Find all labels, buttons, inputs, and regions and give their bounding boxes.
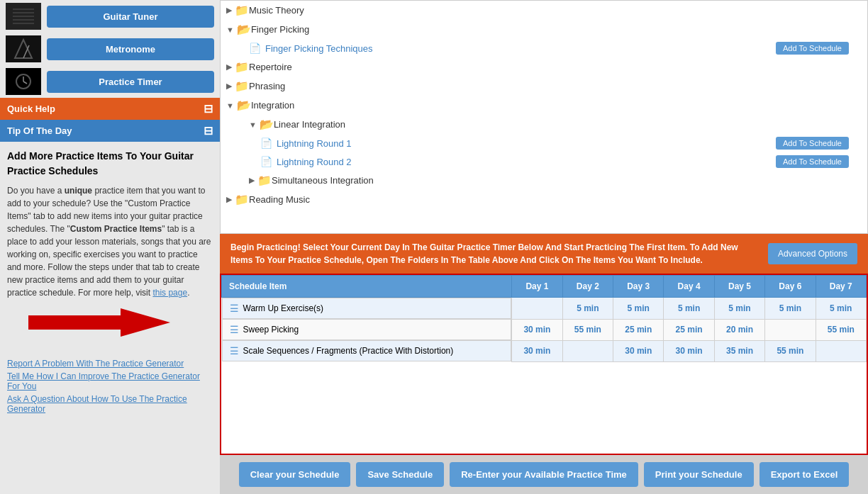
tree-link-lightning1[interactable]: Lightning Round 1 bbox=[277, 138, 352, 149]
tree-arrow[interactable]: ▶ bbox=[226, 195, 232, 204]
tree-simultaneous-integration: ▶ 📁 Simultaneous Integration bbox=[221, 171, 856, 190]
tree-label: Repertoire bbox=[249, 62, 292, 72]
doc-icon: 📄 bbox=[260, 137, 272, 149]
day4-cell-3: 30 min bbox=[664, 340, 714, 361]
time-value: 5 min bbox=[830, 303, 852, 313]
folder-icon: 📁 bbox=[257, 174, 272, 187]
reenter-time-button[interactable]: Re-Enter your Available Practice Time bbox=[450, 462, 638, 487]
day2-cell-2: 55 min bbox=[562, 319, 613, 340]
table-row: ☰ Warm Up Exercise(s) 5 min 5 min 5 min … bbox=[222, 298, 867, 320]
tip-link[interactable]: this page bbox=[152, 288, 187, 298]
quick-help-header[interactable]: Quick Help ⊟ bbox=[0, 98, 220, 120]
schedule-wrapper: Schedule Item Day 1 Day 2 Day 3 Day 4 Da… bbox=[220, 274, 868, 455]
table-row: ☰ Sweep Picking 30 min 55 min 25 min 25 … bbox=[222, 319, 867, 340]
tip-header[interactable]: Tip Of The Day ⊟ bbox=[0, 120, 220, 142]
metronome-tool: Metronome bbox=[0, 33, 220, 65]
tree-arrow[interactable]: ▼ bbox=[226, 101, 234, 110]
day6-cell-1: 5 min bbox=[765, 298, 816, 320]
time-value: 55 min bbox=[574, 325, 601, 335]
folder-icon: 📁 bbox=[235, 4, 249, 17]
schedule-table: Schedule Item Day 1 Day 2 Day 3 Day 4 Da… bbox=[221, 275, 867, 362]
item-name: Warm Up Exercise(s) bbox=[243, 303, 324, 313]
row-menu-icon: ☰ bbox=[230, 303, 239, 314]
tip-body: Do you have a unique practice item that … bbox=[7, 184, 213, 299]
col-header-day5: Day 5 bbox=[714, 276, 764, 298]
tip-link-2[interactable]: Tell Me How I Can Improve The Practice G… bbox=[7, 371, 213, 391]
time-value: 35 min bbox=[726, 346, 753, 356]
clear-schedule-button[interactable]: Clear your Schedule bbox=[239, 462, 351, 487]
bottom-bar: Clear your Schedule Save Schedule Re-Ent… bbox=[220, 455, 868, 494]
table-row: ☰ Scale Sequences / Fragments (Practice … bbox=[222, 340, 867, 361]
tree-label: Simultaneous Integration bbox=[272, 175, 374, 186]
doc-icon: 📄 bbox=[260, 156, 272, 167]
tree-arrow[interactable]: ▼ bbox=[226, 26, 234, 34]
guitar-tuner-thumb bbox=[6, 3, 41, 30]
tree-reading-music: ▶ 📁 Reading Music bbox=[221, 190, 856, 209]
tree-label: Music Theory bbox=[249, 5, 304, 16]
export-excel-button[interactable]: Export to Excel bbox=[760, 462, 850, 487]
tree-arrow[interactable]: ▶ bbox=[226, 6, 232, 15]
time-value: 30 min bbox=[625, 346, 652, 356]
tree-row: 📄 Finger Picking Techniques Add To Sched… bbox=[249, 42, 856, 55]
col-header-day4: Day 4 bbox=[664, 276, 714, 298]
col-header-day1: Day 1 bbox=[512, 276, 562, 298]
tree-link[interactable]: Finger Picking Techniques bbox=[265, 43, 373, 54]
main-content: ▶ 📁 Music Theory ▼ 📂 Finger Picking 📄 Fi… bbox=[220, 0, 868, 494]
folder-icon: 📁 bbox=[235, 60, 249, 74]
folder-icon: 📁 bbox=[235, 193, 249, 206]
col-header-day6: Day 6 bbox=[765, 276, 816, 298]
tree-link-lightning2[interactable]: Lightning Round 2 bbox=[277, 157, 352, 167]
print-schedule-button[interactable]: Print your Schedule bbox=[644, 462, 754, 487]
day1-cell-2: 30 min bbox=[512, 319, 562, 340]
tree-arrow[interactable]: ▶ bbox=[249, 176, 255, 185]
tree-arrow[interactable]: ▼ bbox=[249, 120, 257, 129]
add-to-schedule-btn-lr2[interactable]: Add To Schedule bbox=[776, 155, 849, 168]
tree-music-theory: ▶ 📁 Music Theory bbox=[221, 1, 856, 20]
tip-link-3[interactable]: Ask A Question About How To Use The Prac… bbox=[7, 394, 213, 414]
instruction-text: Begin Practicing! Select Your Current Da… bbox=[230, 241, 761, 266]
time-value: 5 min bbox=[728, 303, 750, 313]
day5-cell-3: 35 min bbox=[714, 340, 764, 361]
tree-linear-integration: ▼ 📂 Linear Integration bbox=[221, 115, 856, 134]
day1-cell-1 bbox=[512, 298, 562, 320]
time-value: 25 min bbox=[625, 325, 652, 335]
tree-arrow[interactable]: ▶ bbox=[226, 82, 232, 91]
add-to-schedule-btn-lr1[interactable]: Add To Schedule bbox=[776, 137, 849, 150]
day5-cell-2: 20 min bbox=[714, 319, 764, 340]
tree-repertoire: ▶ 📁 Repertoire bbox=[221, 57, 856, 77]
time-value: 25 min bbox=[676, 325, 703, 335]
day1-cell-3: 30 min bbox=[512, 340, 562, 361]
tip-links: Report A Problem With The Practice Gener… bbox=[0, 354, 220, 421]
practice-timer-button[interactable]: Practice Timer bbox=[47, 71, 214, 93]
add-to-schedule-btn-finger[interactable]: Add To Schedule bbox=[776, 42, 849, 55]
tree-integration: ▼ 📂 Integration bbox=[221, 96, 856, 115]
time-value: 5 min bbox=[628, 303, 650, 313]
day7-cell-1: 5 min bbox=[816, 298, 866, 320]
tree-arrow[interactable]: ▶ bbox=[226, 62, 232, 72]
time-value: 5 min bbox=[779, 303, 801, 313]
save-schedule-button[interactable]: Save Schedule bbox=[356, 462, 444, 487]
day4-cell-1: 5 min bbox=[664, 298, 714, 320]
tree-finger-picking: ▼ 📂 Finger Picking bbox=[221, 20, 856, 39]
tree-label: Linear Integration bbox=[274, 119, 345, 130]
tree-area: ▶ 📁 Music Theory ▼ 📂 Finger Picking 📄 Fi… bbox=[220, 0, 868, 234]
tree-label: Finger Picking bbox=[251, 24, 309, 35]
metronome-button[interactable]: Metronome bbox=[47, 38, 214, 60]
tip-link-1[interactable]: Report A Problem With The Practice Gener… bbox=[7, 359, 213, 369]
tree-phrasing: ▶ 📁 Phrasing bbox=[221, 77, 856, 96]
quick-help-label: Quick Help bbox=[7, 103, 55, 114]
guitar-tuner-button[interactable]: Guitar Tuner bbox=[47, 6, 214, 28]
time-value: 55 min bbox=[777, 346, 803, 356]
col-header-day2: Day 2 bbox=[562, 276, 613, 298]
day6-cell-2 bbox=[765, 319, 816, 340]
doc-icon: 📄 bbox=[249, 43, 261, 54]
day7-cell-3 bbox=[816, 340, 866, 361]
col-header-day7: Day 7 bbox=[816, 276, 866, 298]
advanced-options-button[interactable]: Advanced Options bbox=[768, 243, 857, 264]
guitar-tuner-tool: Guitar Tuner bbox=[0, 0, 220, 33]
tree-label: Reading Music bbox=[249, 194, 310, 205]
time-value: 55 min bbox=[828, 325, 855, 335]
tip-label: Tip Of The Day bbox=[7, 125, 72, 136]
time-value: 5 min bbox=[678, 303, 700, 313]
tip-content: Add More Practice Items To Your Guitar P… bbox=[0, 142, 220, 354]
